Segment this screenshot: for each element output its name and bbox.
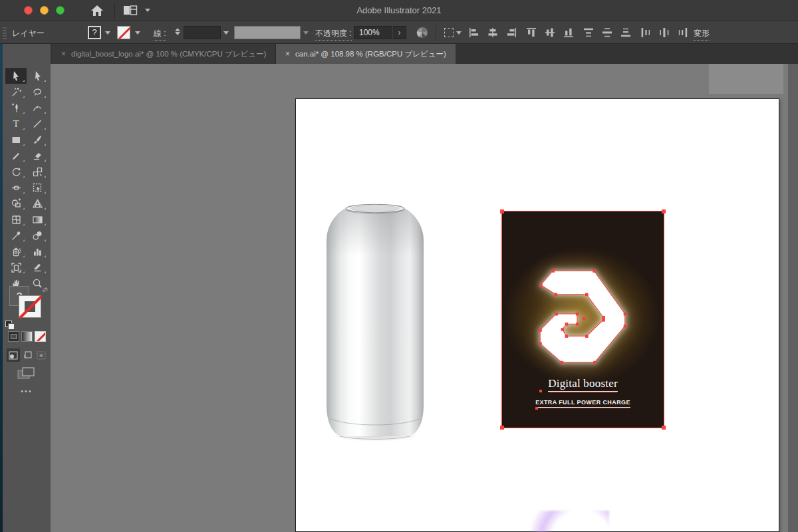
close-tab-icon[interactable]: × xyxy=(61,49,66,59)
card-subtitle: EXTRA FULL POWER CHARGE xyxy=(502,399,664,406)
align-v-center-icon[interactable] xyxy=(545,27,555,38)
document-tab-bar: «« × digital_boost_logo.ai* @ 100 % (CMY… xyxy=(0,44,798,64)
tool-width[interactable] xyxy=(5,180,27,196)
tools-panel: T ? ⇄ xyxy=(3,44,51,532)
tab-can[interactable]: × can.ai* @ 108.98 % (RGB/CPU プレビュー) xyxy=(276,44,456,64)
stroke-swatch[interactable] xyxy=(19,295,41,318)
text-anchor-point xyxy=(535,407,538,410)
tool-gradient[interactable] xyxy=(27,211,48,227)
brush-definition-field[interactable] xyxy=(234,26,301,39)
align-left-icon[interactable] xyxy=(469,27,479,38)
stroke-weight-label[interactable]: 線 : xyxy=(154,28,166,41)
card-title: Digital booster xyxy=(502,377,664,390)
tool-blend[interactable] xyxy=(27,227,48,243)
none-mode-button[interactable] xyxy=(35,331,46,342)
tool-perspective-grid[interactable] xyxy=(27,196,48,211)
stroke-weight-chevron-down-icon[interactable] xyxy=(223,31,229,35)
color-mode-button[interactable] xyxy=(8,331,19,342)
tool-free-transform[interactable] xyxy=(27,180,48,196)
titlebar: Adobe Illustrator 2021 xyxy=(0,0,798,21)
tool-type[interactable]: T xyxy=(5,116,27,132)
transform-link[interactable]: 変形 xyxy=(694,28,710,41)
window-title: Adobe Illustrator 2021 xyxy=(0,5,798,15)
none-slash xyxy=(19,295,42,319)
selection-handle-top-left[interactable] xyxy=(500,209,504,213)
distribute-h-center-icon[interactable] xyxy=(659,27,670,38)
tool-pencil[interactable] xyxy=(5,148,27,164)
draw-normal-icon[interactable] xyxy=(7,348,20,362)
tab-label: digital_boost_logo.ai* @ 100 % (CMYK/CPU… xyxy=(71,49,266,59)
align-h-center-icon[interactable] xyxy=(487,27,498,38)
right-dock-strip xyxy=(788,64,798,532)
control-bar: レイヤー ? 線 : 不透明度 : › 変形 xyxy=(0,21,798,44)
align-right-icon[interactable] xyxy=(506,27,517,38)
selection-handle-bottom-left[interactable] xyxy=(500,426,504,430)
pasteboard-light-region xyxy=(709,64,783,94)
distribute-left-icon[interactable] xyxy=(640,27,651,38)
opacity-more-button[interactable]: › xyxy=(393,26,406,39)
close-tab-icon[interactable]: × xyxy=(285,49,290,59)
opacity-label[interactable]: 不透明度 : xyxy=(315,28,352,41)
edit-toolbar-button[interactable]: ••• xyxy=(3,387,51,395)
tool-eyedropper[interactable] xyxy=(5,227,27,243)
tool-direct-selection[interactable] xyxy=(27,68,48,84)
default-fill-stroke-icon[interactable] xyxy=(5,321,12,327)
drawing-modes-row xyxy=(7,348,48,362)
swap-fill-stroke-icon[interactable]: ⇄ xyxy=(43,286,48,293)
tool-line-segment[interactable] xyxy=(27,116,48,132)
tool-symbol-sprayer[interactable] xyxy=(5,243,27,259)
stroke-chevron-down-icon[interactable] xyxy=(135,31,140,35)
tool-curvature[interactable] xyxy=(27,100,48,116)
stroke-weight-stepper[interactable] xyxy=(174,27,181,38)
distribute-v-center-icon[interactable] xyxy=(602,27,612,38)
tool-scale[interactable] xyxy=(27,164,48,180)
tab-digital-boost-logo[interactable]: × digital_boost_logo.ai* @ 100 % (CMYK/C… xyxy=(52,44,276,64)
distribute-right-icon[interactable] xyxy=(678,27,688,38)
fill-color-swatch[interactable]: ? xyxy=(88,26,101,39)
stroke-weight-field[interactable] xyxy=(184,26,221,39)
purple-glow-artwork xyxy=(509,511,609,532)
paint-mode-row xyxy=(8,331,47,343)
can-artwork[interactable] xyxy=(325,200,425,445)
tool-selection[interactable] xyxy=(5,68,27,84)
align-to-selection-icon[interactable] xyxy=(444,28,454,37)
tool-magic-wand[interactable] xyxy=(5,84,27,100)
draw-behind-icon[interactable] xyxy=(21,348,34,362)
opacity-input[interactable] xyxy=(354,26,392,39)
digital-boost-logo[interactable] xyxy=(526,261,640,368)
text-anchor-point xyxy=(539,390,542,392)
align-top-icon[interactable] xyxy=(526,27,537,38)
align-to-chevron-down-icon[interactable] xyxy=(456,31,462,35)
draw-inside-icon[interactable] xyxy=(35,348,48,362)
tool-rectangle[interactable] xyxy=(5,132,27,148)
tool-column-graph[interactable] xyxy=(27,243,48,259)
tool-paintbrush[interactable] xyxy=(27,132,48,148)
tool-slice[interactable] xyxy=(27,259,48,275)
tool-pen[interactable] xyxy=(5,100,27,116)
tool-eraser[interactable] xyxy=(27,148,48,164)
tool-rotate[interactable] xyxy=(5,164,27,180)
selection-handle-top-right[interactable] xyxy=(662,209,666,213)
screen-mode-icon[interactable] xyxy=(17,367,35,383)
selection-handle-bottom-right[interactable] xyxy=(662,426,666,430)
brush-chevron-down-icon[interactable] xyxy=(303,31,309,35)
tool-shape-builder[interactable] xyxy=(5,196,27,211)
panel-context-label: レイヤー xyxy=(12,28,45,39)
tool-mesh[interactable] xyxy=(5,211,27,227)
control-bar-grip[interactable] xyxy=(3,26,7,39)
fill-stroke-cluster: ? ⇄ xyxy=(7,286,47,323)
gradient-mode-button[interactable] xyxy=(21,331,33,342)
logo-card-artwork[interactable]: Digital booster EXTRA FULL POWER CHARGE xyxy=(502,211,664,428)
canvas-pasteboard[interactable]: Digital booster EXTRA FULL POWER CHARGE xyxy=(51,64,788,532)
tool-lasso[interactable] xyxy=(27,84,48,100)
distribute-top-icon[interactable] xyxy=(583,27,594,38)
tab-label: can.ai* @ 108.98 % (RGB/CPU プレビュー) xyxy=(295,49,446,59)
stroke-color-swatch-none[interactable] xyxy=(117,26,130,39)
fill-chevron-down-icon[interactable] xyxy=(105,31,110,35)
tool-artboard[interactable] xyxy=(5,259,27,275)
distribute-bottom-icon[interactable] xyxy=(620,27,631,38)
align-bottom-icon[interactable] xyxy=(563,27,574,38)
recolor-artwork-icon[interactable] xyxy=(416,27,428,41)
